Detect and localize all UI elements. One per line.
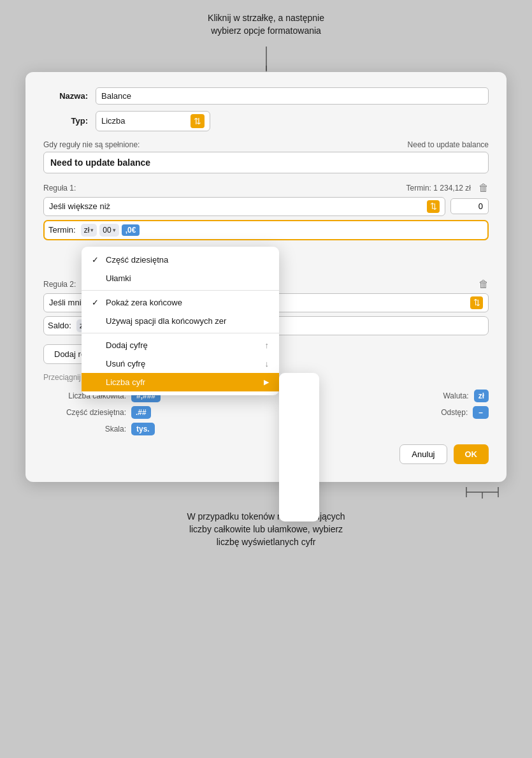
menu-item-pokaz-zera[interactable]: ✓ Pokaż zera końcowe	[82, 293, 279, 312]
check-5	[291, 442, 302, 452]
rule1-right-label: Termin: 1 234,12 zł	[406, 184, 471, 193]
top-annotation: Kliknij w strzałkę, a następnie wybierz …	[0, 0, 532, 47]
action-row: Anuluj OK	[43, 444, 489, 464]
svg-marker-1	[266, 66, 267, 72]
submenu-item-1[interactable]: 1	[279, 375, 319, 391]
nazwa-row: Nazwa:	[43, 87, 489, 105]
rule1-delete-icon[interactable]: 🗑	[478, 182, 489, 194]
rule1-termin-container: Termin: zł ▾ 00 ▾ ,0€ ✓ Część dziesiętna	[43, 220, 489, 240]
submenu-val-5: 5	[303, 442, 308, 452]
waluta-label: Waluta:	[386, 391, 469, 400]
rule1-label: Reguła 1:	[43, 184, 76, 193]
menu-pokaz-zera-label: Pokaż zera końcowe	[106, 298, 182, 307]
liczba-cyfr-submenu: 1 ✓ 2 3 4	[279, 373, 319, 521]
dodaj-cyfre-shortcut: ↑	[265, 340, 270, 350]
termin-blue-btn[interactable]: ,0€	[122, 224, 140, 236]
submenu-val-1: 1	[303, 379, 308, 388]
submenu-val-8: 8	[303, 490, 308, 500]
termin-decimal-select[interactable]: 00 ▾	[99, 224, 119, 237]
menu-divider-1	[82, 290, 279, 291]
check-4	[291, 426, 302, 436]
check-pokaz-zera: ✓	[92, 298, 103, 307]
submenu-item-7[interactable]: 7	[279, 471, 319, 487]
submenu-item-5[interactable]: 5	[279, 439, 319, 455]
submenu-val-4: 4	[303, 426, 308, 436]
check-dodaj-cyfre	[92, 340, 103, 350]
main-panel: Nazwa: Typ: Liczba ⇅ Gdy reguły nie są s…	[25, 72, 507, 482]
check-usun-cyfre	[92, 359, 103, 368]
termin-row: Termin: zł ▾ 00 ▾ ,0€	[43, 220, 489, 240]
czesc-dzies-token[interactable]: .##	[131, 406, 151, 419]
rule2-label: Reguła 2:	[43, 280, 76, 289]
menu-czesc-dzies-label: Część dziesiętna	[106, 255, 168, 265]
submenu-item-6[interactable]: 6	[279, 455, 319, 471]
rule1-spinner[interactable]: ⇅	[427, 200, 440, 213]
termin-currency-chevron: ▾	[90, 227, 94, 233]
menu-item-czesc-dzies[interactable]: ✓ Część dziesiętna	[82, 251, 279, 269]
czesc-dzies-label: Część dziesiętna:	[43, 408, 126, 417]
check-uzywaj-spacji	[92, 316, 103, 326]
rules-not-met-label: Gdy reguły nie są spełnione:	[43, 140, 140, 149]
format-tokens-section: Liczba całkowita: #,### Waluta: zł Część…	[43, 390, 489, 435]
menu-item-uzywaj-spacji[interactable]: Używaj spacji dla końcowych zer	[82, 312, 279, 330]
typ-select-value: Liczba	[101, 116, 187, 126]
check-8	[291, 490, 302, 500]
format-dropdown-menu: ✓ Część dziesiętna Ułamki ✓ Pokaż zera k…	[82, 247, 279, 395]
waluta-token[interactable]: zł	[474, 390, 489, 402]
format-row-2: Część dziesiętna: .## Odstęp: –	[43, 406, 489, 419]
termin-currency-select[interactable]: zł ▾	[81, 224, 97, 237]
check-ulamki	[92, 273, 103, 283]
rules-not-met-section: Gdy reguły nie są spełnione: Need to upd…	[43, 140, 489, 173]
rule1-number-input[interactable]	[450, 198, 489, 214]
menu-item-liczba-cyfr[interactable]: Liczba cyfr ▶ 1 ✓ 2	[82, 373, 279, 391]
rule2-spinner[interactable]: ⇅	[470, 296, 483, 309]
termin-decimal-chevron: ▾	[113, 227, 116, 233]
check-6	[291, 458, 302, 468]
menu-item-dodaj-cyfre[interactable]: Dodaj cyfrę ↑	[82, 336, 279, 354]
menu-ulamki-label: Ułamki	[106, 273, 131, 283]
skala-label: Skala:	[43, 425, 126, 434]
typ-select[interactable]: Liczba ⇅	[96, 111, 210, 131]
nazwa-label: Nazwa:	[43, 91, 88, 101]
nazwa-input[interactable]	[96, 87, 489, 105]
check-1	[291, 379, 302, 388]
rule1-header: Reguła 1: Termin: 1 234,12 zł 🗑	[43, 182, 489, 194]
rule1-condition-select[interactable]: Jeśli większe niż ⇅	[43, 197, 445, 216]
menu-dodaj-cyfre-label: Dodaj cyfrę	[106, 340, 148, 350]
usun-cyfre-shortcut: ↓	[265, 359, 270, 368]
check-czesc-dzies: ✓	[92, 255, 103, 265]
termin-currency-value: zł	[84, 226, 90, 235]
rules-not-met-right: Need to update balance	[408, 140, 489, 149]
odstep-label: Odstęp:	[385, 408, 468, 417]
submenu-item-9[interactable]: 9	[279, 503, 319, 519]
termin-decimal-value: 00	[103, 226, 111, 235]
submenu-item-4[interactable]: 4	[279, 423, 319, 439]
submenu-item-2[interactable]: ✓ 2	[279, 391, 319, 407]
typ-spinner[interactable]: ⇅	[191, 114, 205, 128]
skala-token[interactable]: tys.	[131, 423, 155, 435]
rules-not-met-header: Gdy reguły nie są spełnione: Need to upd…	[43, 140, 489, 149]
submenu-item-3[interactable]: 3	[279, 407, 319, 423]
rule2-delete-icon[interactable]: 🗑	[478, 279, 489, 290]
rule1-condition-value: Jeśli większe niż	[49, 201, 110, 211]
ok-button[interactable]: OK	[454, 444, 489, 464]
odstep-token[interactable]: –	[473, 406, 489, 419]
menu-item-usun-cyfre[interactable]: Usuń cyfrę ↓	[82, 354, 279, 373]
submenu-item-8[interactable]: 8	[279, 487, 319, 503]
submenu-val-6: 6	[303, 458, 308, 468]
rule1-section: Reguła 1: Termin: 1 234,12 zł 🗑 Jeśli wi…	[43, 182, 489, 240]
submenu-val-7: 7	[303, 474, 308, 484]
format-row-3: Skala: tys.	[43, 423, 489, 435]
check-9	[291, 506, 302, 516]
bottom-bracket	[0, 486, 532, 499]
check-3	[291, 411, 302, 420]
menu-divider-2	[82, 333, 279, 333]
check-2: ✓	[291, 395, 302, 404]
menu-liczba-cyfr-label: Liczba cyfr	[106, 377, 145, 387]
liczba-cyfr-arrow: ▶	[264, 378, 269, 386]
menu-usun-cyfre-label: Usuń cyfrę	[106, 359, 145, 368]
menu-item-ulamki[interactable]: Ułamki	[82, 269, 279, 288]
check-7	[291, 474, 302, 484]
cancel-button[interactable]: Anuluj	[399, 444, 447, 464]
rules-not-met-input[interactable]	[43, 152, 489, 173]
